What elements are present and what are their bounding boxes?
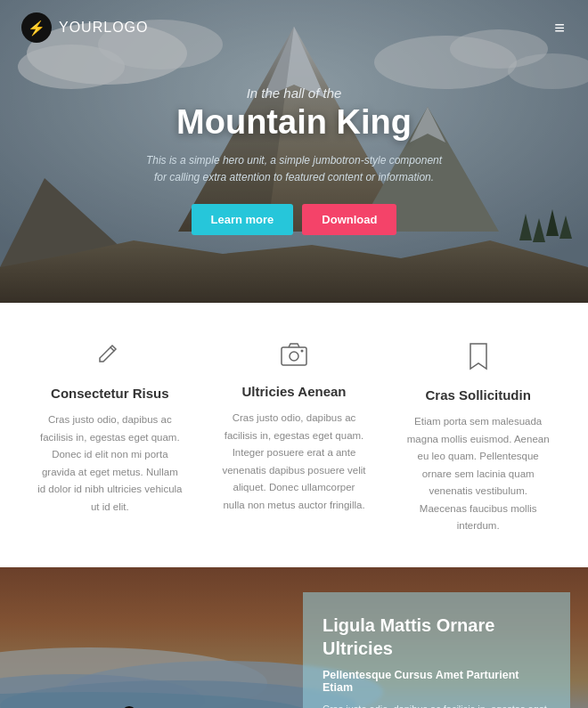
feature-title-1: Ultricies Aenean — [222, 384, 367, 399]
hero-subtitle: In the hall of the — [143, 85, 445, 101]
banner-section: Ligula Mattis Ornare Ultricies Pellentes… — [0, 567, 588, 708]
banner-content: Ligula Mattis Ornare Ultricies Pellentes… — [303, 592, 570, 708]
hero-title: Mountain King — [143, 104, 445, 142]
camera-icon — [222, 342, 367, 371]
features-section: Consectetur Risus Cras justo odio, dapib… — [0, 303, 588, 567]
feature-item-1: Ultricies Aenean Cras justo odio, dapibu… — [202, 342, 387, 535]
logo-text: YOURLOGO — [59, 20, 148, 36]
feature-item-2: Cras Sollicitudin Etiam porta sem malesu… — [386, 342, 570, 535]
feature-title-0: Consectetur Risus — [37, 386, 183, 401]
navbar: ⚡ YOURLOGO ≡ — [0, 0, 588, 55]
edit-icon — [37, 342, 183, 373]
learn-more-button[interactable]: Learn more — [192, 204, 294, 235]
feature-item-0: Consectetur Risus Cras justo odio, dapib… — [18, 342, 202, 535]
banner-text: Cras justo odio, dapibus ac facilisis in… — [323, 701, 551, 708]
logo[interactable]: ⚡ YOURLOGO — [21, 12, 148, 43]
banner-title: Ligula Mattis Ornare Ultricies — [323, 614, 551, 660]
logo-icon: ⚡ — [21, 12, 52, 43]
feature-title-2: Cras Sollicitudin — [405, 387, 551, 403]
bookmark-icon — [405, 342, 551, 375]
hero-buttons: Learn more Download — [143, 204, 445, 235]
hamburger-menu[interactable]: ≡ — [554, 18, 567, 38]
hero-description: This is a simple hero unit, a simple jum… — [143, 152, 445, 186]
hero-content: In the hall of the Mountain King This is… — [107, 85, 481, 235]
feature-text-2: Etiam porta sem malesuada magna mollis e… — [405, 413, 551, 535]
svg-point-21 — [301, 350, 304, 353]
banner-highlight: Pellentesque Cursus Amet Parturient Etia… — [323, 669, 551, 694]
feature-text-0: Cras justo odio, dapibus ac facilisis in… — [37, 411, 183, 516]
download-button[interactable]: Download — [302, 204, 396, 235]
svg-point-20 — [290, 352, 298, 361]
feature-text-1: Cras justo odio, dapibus ac facilisis in… — [222, 410, 367, 514]
